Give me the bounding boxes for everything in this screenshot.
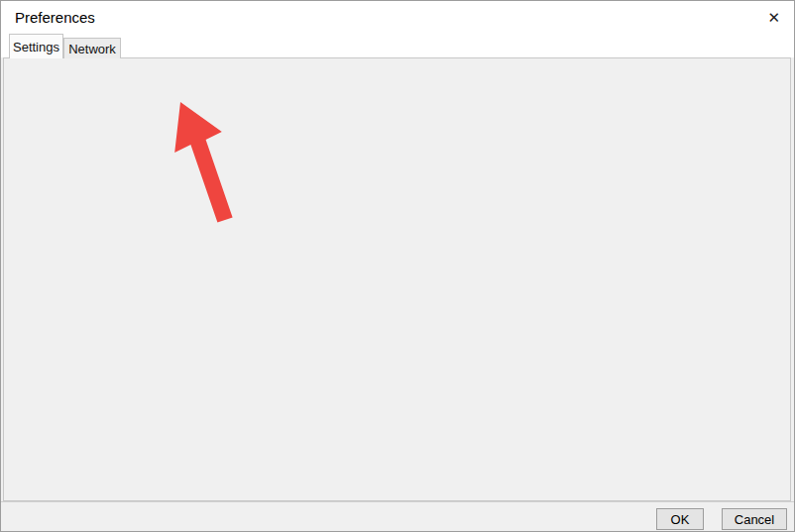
ok-button[interactable]: OK xyxy=(656,508,704,530)
dialog-title: Preferences xyxy=(15,9,95,26)
tab-settings[interactable]: Settings xyxy=(9,34,63,58)
tab-network-label: Network xyxy=(68,42,116,56)
preferences-dialog: Preferences ✕ Settings Network Sketchboo… xyxy=(0,0,795,532)
tab-settings-label: Settings xyxy=(13,40,59,54)
cancel-button[interactable]: Cancel xyxy=(722,508,787,530)
close-icon[interactable]: ✕ xyxy=(767,9,780,27)
settings-tab-pane xyxy=(3,57,791,501)
tab-network[interactable]: Network xyxy=(63,38,121,58)
button-bar-divider xyxy=(1,501,794,502)
